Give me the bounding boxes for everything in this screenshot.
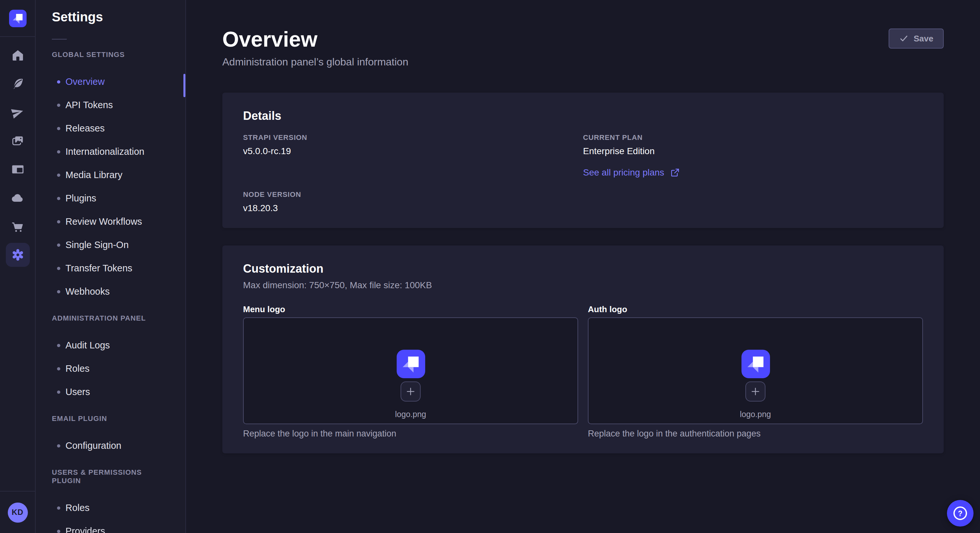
menu-logo-field: Menu logo <box>243 305 578 439</box>
page-header: Overview Administration panel’s global i… <box>222 27 944 68</box>
sidebar-item-api-tokens[interactable]: API Tokens <box>36 93 185 117</box>
menu-logo-dropzone[interactable]: logo.png <box>243 317 578 424</box>
settings-subnav: Settings GLOBAL SETTINGS Overview API To… <box>36 0 186 533</box>
strapi-logo-icon <box>9 10 26 27</box>
auth-logo-add-button[interactable] <box>745 381 765 401</box>
active-item-indicator <box>183 74 185 97</box>
strapi-home-button[interactable] <box>9 10 26 27</box>
sidebar-item-single-sign-on[interactable]: Single Sign-On <box>36 233 185 257</box>
pricing-plans-link[interactable]: See all pricing plans <box>583 167 680 178</box>
sidebar-item-transfer-tokens[interactable]: Transfer Tokens <box>36 257 185 280</box>
save-button[interactable]: Save <box>888 29 944 49</box>
sidebar-item-label: Plugins <box>65 193 96 203</box>
rail-item-cloud[interactable] <box>5 186 30 210</box>
bullet-icon <box>57 197 60 200</box>
rail-item-content[interactable] <box>5 72 30 96</box>
page-subtitle: Administration panel’s global informatio… <box>222 56 408 68</box>
bullet-icon <box>57 150 60 153</box>
bullet-icon <box>57 530 60 533</box>
rail-nav <box>0 37 35 491</box>
sidebar-item-releases[interactable]: Releases <box>36 117 185 140</box>
page-header-text: Overview Administration panel’s global i… <box>222 27 408 68</box>
icon-rail: KD <box>0 0 36 533</box>
section-users-permissions-plugin: USERS & PERMISSIONS PLUGIN Roles Provide… <box>36 468 185 533</box>
details-grid: STRAPI VERSION v5.0.0-rc.19 NODE VERSION… <box>243 133 923 214</box>
question-glyph: ? <box>958 509 963 517</box>
bullet-icon <box>57 390 60 393</box>
sidebar-item-label: Audit Logs <box>65 340 110 351</box>
auth-logo-filename: logo.png <box>740 410 771 420</box>
sidebar-item-label: Internationalization <box>65 146 144 157</box>
rail-item-settings[interactable] <box>5 243 30 267</box>
bullet-icon <box>57 80 60 83</box>
sidebar-item-label: Releases <box>65 123 105 133</box>
auth-logo-caption: Replace the logo in the authentication p… <box>588 429 923 439</box>
section-label: GLOBAL SETTINGS <box>36 51 185 59</box>
sidebar-item-label: Transfer Tokens <box>65 263 132 273</box>
sidebar-item-label: Webhooks <box>65 286 110 297</box>
home-icon <box>11 49 24 62</box>
check-icon <box>899 34 908 43</box>
strapi-logo-icon <box>396 350 425 378</box>
auth-logo-label: Auth logo <box>588 305 923 314</box>
section-label: ADMINISTRATION PANEL <box>36 314 185 322</box>
section-global-settings: GLOBAL SETTINGS Overview API Tokens Rele… <box>36 51 185 303</box>
sidebar-item-label: Single Sign-On <box>65 240 129 250</box>
menu-logo-caption: Replace the logo in the main navigation <box>243 429 578 439</box>
sidebar-item-label: Overview <box>65 76 105 87</box>
rail-item-content-type-builder[interactable] <box>5 157 30 181</box>
sidebar-item-review-workflows[interactable]: Review Workflows <box>36 210 185 233</box>
bullet-icon <box>57 367 60 370</box>
sidebar-item-label: Media Library <box>65 170 123 180</box>
paper-plane-icon <box>11 106 24 119</box>
rail-item-marketplace[interactable] <box>5 214 30 238</box>
question-icon: ? <box>953 506 967 520</box>
subnav-divider <box>52 39 67 40</box>
plus-icon <box>404 385 417 398</box>
sidebar-item-admin-roles[interactable]: Roles <box>36 357 185 380</box>
help-button[interactable]: ? <box>947 500 974 527</box>
pricing-plans-link-label: See all pricing plans <box>583 167 664 178</box>
images-icon <box>11 134 24 148</box>
sidebar-item-email-configuration[interactable]: Configuration <box>36 434 185 457</box>
rail-user-section: KD <box>0 491 35 533</box>
sidebar-item-label: Providers <box>65 526 105 533</box>
strapi-version-label: STRAPI VERSION <box>243 133 583 142</box>
section-email-plugin: EMAIL PLUGIN Configuration <box>36 414 185 457</box>
rail-item-releases[interactable] <box>5 100 30 124</box>
sidebar-item-plugins[interactable]: Plugins <box>36 187 185 210</box>
strapi-version-field: STRAPI VERSION v5.0.0-rc.19 <box>243 133 583 157</box>
subnav-title: Settings <box>36 10 185 24</box>
sidebar-item-admin-users[interactable]: Users <box>36 380 185 403</box>
cart-icon <box>11 219 24 233</box>
rail-item-home[interactable] <box>5 43 30 67</box>
section-administration-panel: ADMINISTRATION PANEL Audit Logs Roles Us… <box>36 314 185 403</box>
sidebar-item-up-providers[interactable]: Providers <box>36 519 185 533</box>
main-content: Overview Administration panel’s global i… <box>186 0 980 533</box>
sidebar-item-overview[interactable]: Overview <box>36 70 185 93</box>
node-version-field: NODE VERSION v18.20.3 <box>243 190 583 214</box>
menu-logo-add-button[interactable] <box>401 381 421 401</box>
avatar[interactable]: KD <box>8 502 27 522</box>
sidebar-item-label: Users <box>65 387 90 397</box>
bullet-icon <box>57 220 60 223</box>
layout-icon <box>11 163 24 176</box>
details-right-column: CURRENT PLAN Enterprise Edition See all … <box>583 133 923 214</box>
sidebar-item-internationalization[interactable]: Internationalization <box>36 140 185 163</box>
sidebar-item-label: API Tokens <box>65 100 113 110</box>
strapi-logo-icon <box>741 350 770 378</box>
rail-item-media-library[interactable] <box>5 129 30 153</box>
sidebar-item-media-library[interactable]: Media Library <box>36 163 185 187</box>
sidebar-item-webhooks[interactable]: Webhooks <box>36 280 185 303</box>
sidebar-item-label: Review Workflows <box>65 216 142 227</box>
menu-logo-label: Menu logo <box>243 305 578 314</box>
section-label: USERS & PERMISSIONS PLUGIN <box>36 468 185 485</box>
save-button-label: Save <box>913 34 933 43</box>
bullet-icon <box>57 266 60 270</box>
node-version-label: NODE VERSION <box>243 190 583 199</box>
sidebar-item-audit-logs[interactable]: Audit Logs <box>36 333 185 357</box>
sidebar-item-up-roles[interactable]: Roles <box>36 496 185 519</box>
bullet-icon <box>57 506 60 509</box>
sidebar-item-label: Roles <box>65 363 89 374</box>
auth-logo-dropzone[interactable]: logo.png <box>588 317 923 424</box>
